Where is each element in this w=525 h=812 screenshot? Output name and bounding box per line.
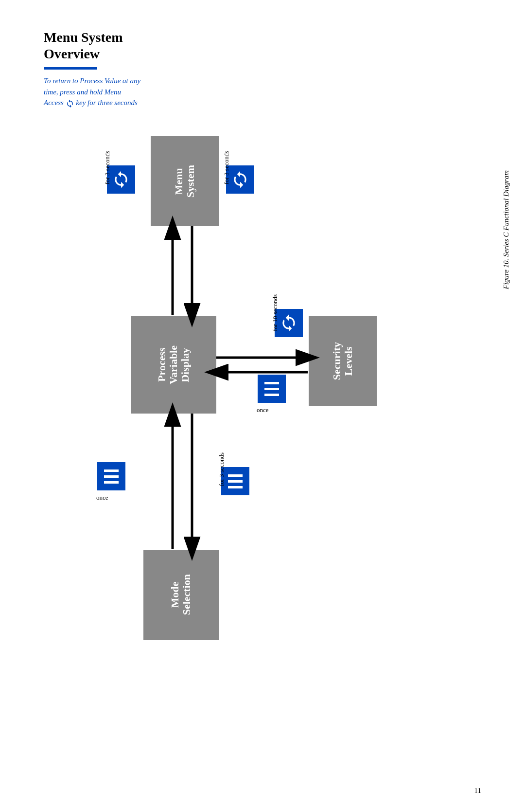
icon-label-once-1: once [257, 406, 269, 414]
icon-label-once-2: once [96, 494, 108, 502]
page-number: 11 [474, 787, 481, 795]
menu-line [264, 394, 279, 396]
menu-line [228, 486, 243, 488]
menu-line [228, 480, 243, 483]
icon-label-3: for 10 seconds [271, 294, 279, 331]
process-variable-label: ProcessVariableDisplay [156, 345, 192, 384]
security-levels-label: SecurityLevels [331, 342, 354, 380]
menu-line [228, 474, 243, 477]
refresh-icon-1 [112, 170, 130, 189]
menu-lines-3 [228, 474, 243, 488]
refresh-icon-2 [231, 170, 249, 189]
process-variable-box: ProcessVariableDisplay [131, 316, 216, 414]
page-title: Menu System Overview [44, 29, 123, 62]
icon-label-1: for 3 seconds [104, 151, 111, 184]
side-label: Figure 10. Series C Functional Diagram [502, 170, 510, 289]
mode-selection-label: ModeSelection [169, 574, 192, 615]
menu-lines-2 [104, 469, 119, 484]
security-levels-box: SecurityLevels [309, 316, 377, 406]
menu-line [264, 382, 279, 384]
menu-icon-2 [97, 462, 125, 490]
menu-line [104, 469, 119, 472]
menu-icon-1 [258, 375, 286, 403]
mode-selection-box: ModeSelection [143, 550, 219, 640]
menu-system-label: MenuSystem [173, 165, 196, 198]
description-text: To return to Process Value at any time, … [44, 75, 141, 108]
icon-label-4: for 3 seconds [218, 452, 226, 486]
refresh-icon-3 [280, 314, 298, 332]
menu-line [264, 388, 279, 390]
menu-line [104, 475, 119, 478]
menu-system-box: MenuSystem [151, 136, 219, 226]
menu-lines-1 [264, 382, 279, 396]
title-underline [44, 67, 97, 70]
menu-line [104, 481, 119, 484]
icon-label-2: for 3 seconds [223, 151, 230, 184]
